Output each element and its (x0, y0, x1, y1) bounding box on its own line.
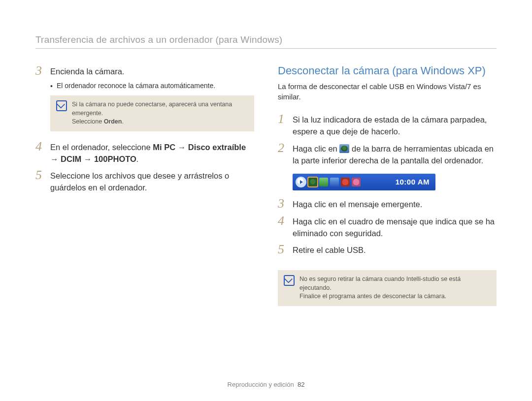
system-tray (308, 178, 361, 186)
left-step-5: 5 Seleccione los archivos que desee y ar… (35, 169, 254, 194)
step-number: 5 (35, 169, 45, 194)
s4-b1: Mi PC (153, 143, 175, 152)
left-column: 3 Encienda la cámara. • El ordenador rec… (35, 64, 254, 315)
tray-safely-remove-icon (308, 178, 317, 186)
left-step-4: 4 En el ordenador, seleccione Mi PC → Di… (35, 140, 254, 165)
tray-icon (330, 178, 339, 186)
right-note-box: No es seguro retirar la cámara cuando In… (278, 270, 497, 306)
step-number: 3 (35, 64, 45, 78)
tray-icon (352, 178, 361, 186)
s4-pre: En el ordenador, seleccione (50, 143, 153, 152)
step-number: 5 (278, 243, 288, 256)
tray-volume-icon (341, 178, 350, 186)
right-step-3: 3 Haga clic en el mensaje emergente. (278, 197, 497, 211)
s4-b2: Disco extraíble (188, 143, 246, 152)
tray-icon (319, 178, 328, 186)
page-footer: Reproducción y edición 82 (0, 381, 532, 388)
note-line2-post: . (122, 118, 123, 125)
s4-b4: 100PHOTO (94, 154, 136, 163)
step-number: 1 (278, 113, 288, 138)
header-divider (35, 48, 497, 49)
safely-remove-icon (339, 144, 349, 153)
step-text: Encienda la cámara. (50, 64, 124, 78)
step-number: 4 (35, 140, 45, 165)
step-text: Seleccione los archivos que desee y arrá… (50, 169, 254, 194)
left-step3-bullet: • El ordenador reconoce la cámara automá… (50, 82, 254, 91)
right-step-5: 5 Retire el cable USB. (278, 243, 497, 256)
right-step-2: 2 Haga clic en de la barra de herramient… (278, 142, 497, 167)
step-text: Haga clic en de la barra de herramientas… (293, 142, 497, 167)
right-step-1: 1 Si la luz indicadora de estada de la c… (278, 113, 497, 138)
s4-ar1: → (175, 143, 188, 152)
step-text: Haga clic en el cuadro de mensaje que in… (293, 215, 497, 240)
right-column: Desconectar la cámara (para Windows XP) … (278, 64, 497, 315)
s2-pre: Haga clic en (293, 144, 339, 153)
step-text: Si la luz indicadora de estada de la cám… (293, 113, 497, 138)
bullet-text: El ordenador reconoce la cámara automáti… (57, 82, 215, 91)
note-icon (56, 100, 67, 111)
right-subtitle: La forma de desconectar el cable USB en … (278, 81, 497, 102)
bullet-dot-icon: • (50, 82, 53, 91)
note-line2-pre: Seleccione (72, 118, 104, 125)
right-step-4: 4 Haga clic en el cuadro de mensaje que … (278, 215, 497, 240)
rnote-line1: No es seguro retirar la cámara cuando In… (299, 276, 461, 291)
windows-taskbar-screenshot: 10:00 AM (293, 174, 435, 190)
left-step-3: 3 Encienda la cámara. (35, 64, 254, 78)
footer-section: Reproducción y edición (228, 381, 294, 388)
left-note-box: Si la cámara no puede conectarse, aparec… (50, 95, 254, 131)
footer-page-number: 82 (298, 381, 304, 388)
s4-ar2: → (50, 154, 61, 163)
page: Transferencia de archivos a un ordenador… (0, 0, 532, 401)
content-columns: 3 Encienda la cámara. • El ordenador rec… (35, 64, 497, 315)
note-line1: Si la cámara no puede conectarse, aparec… (72, 101, 232, 117)
step-text: Retire el cable USB. (293, 243, 366, 256)
s4-ar3: → (81, 154, 94, 163)
taskbar-clock: 10:00 AM (396, 178, 432, 186)
note-text: No es seguro retirar la cámara cuando In… (299, 275, 491, 301)
step-number: 4 (278, 215, 288, 240)
note-text: Si la cámara no puede conectarse, aparec… (72, 100, 248, 126)
step-number: 3 (278, 197, 288, 211)
right-section-title: Desconectar la cámara (para Windows XP) (278, 64, 497, 77)
step-text: Haga clic en el mensaje emergente. (293, 197, 422, 211)
note-icon (284, 275, 295, 286)
s4-b3: DCIM (61, 154, 81, 163)
rnote-line2: Finalice el programa antes de desconecta… (299, 293, 446, 300)
note-line2-bold: Orden (104, 118, 122, 125)
page-header-title: Transferencia de archivos a un ordenador… (35, 34, 497, 45)
s4-dot: . (136, 154, 139, 163)
step-number: 2 (278, 142, 288, 167)
taskbar-expand-icon (296, 177, 306, 187)
step-text: En el ordenador, seleccione Mi PC → Disc… (50, 140, 254, 165)
